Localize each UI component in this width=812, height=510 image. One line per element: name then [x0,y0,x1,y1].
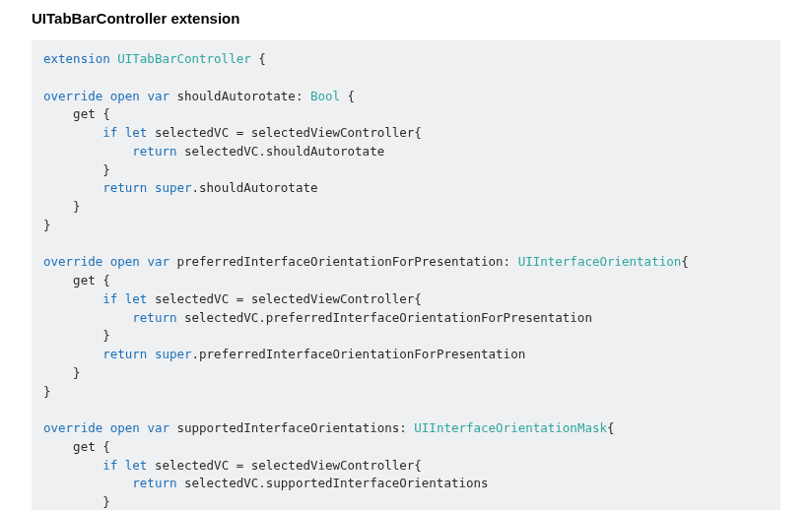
keyword-token: return super [102,180,191,195]
keyword-token: override [43,89,110,103]
keyword-token: if let [102,458,147,473]
type-token: Bool [310,89,340,103]
keyword-token: override [43,254,110,269]
code-block: extension UITabBarController { override … [32,40,780,510]
keyword-token: if let [102,291,147,306]
keyword-token: if let [102,125,147,140]
type-token: UITabBarController [117,51,250,66]
type-token: UIInterfaceOrientationMask [414,420,607,435]
keyword-token: var [147,89,176,103]
section-heading: UITabBarController extension [32,10,812,27]
keyword-token: return super [102,347,191,361]
keyword-token: override [43,420,110,435]
keyword-token: return [132,476,176,490]
keyword-token: var [147,420,176,435]
keyword-token: extension [43,51,117,66]
keyword-token: open [110,89,148,103]
keyword-token: return [132,310,176,325]
keyword-token: open [110,254,148,269]
keyword-token: var [147,254,176,269]
keyword-token: return [132,144,176,159]
type-token: UIInterfaceOrientation [518,254,682,269]
keyword-token: open [110,420,148,435]
